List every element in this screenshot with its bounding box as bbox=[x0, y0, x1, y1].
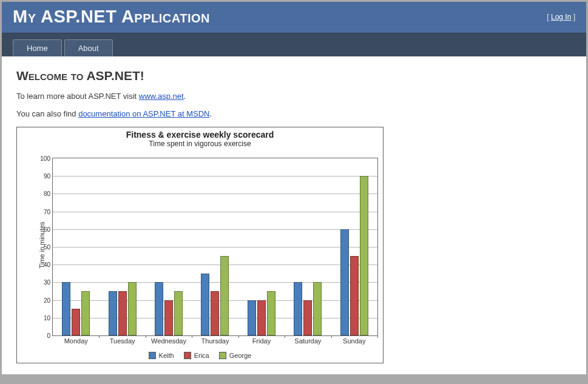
nav-tab-about[interactable]: About bbox=[64, 39, 113, 56]
chart-legend-item: Erica bbox=[184, 352, 209, 359]
chart-xtick bbox=[285, 335, 285, 338]
chart-xtick bbox=[238, 335, 239, 338]
chart-category-group: Tuesday bbox=[99, 158, 145, 335]
app-title: My ASP.NET Application bbox=[13, 7, 210, 27]
chart-xtick bbox=[99, 335, 100, 338]
chart-container: Fitness & exercise weekly scorecard Time… bbox=[16, 127, 384, 363]
chart-ytick: 20 bbox=[37, 297, 50, 303]
chart-plot-area: 0102030405060708090100MondayTuesdayWedne… bbox=[52, 158, 378, 336]
chart-ytick: 40 bbox=[37, 261, 50, 268]
chart-ytick: 10 bbox=[37, 314, 50, 321]
chart-bar bbox=[72, 309, 80, 335]
chart-bar bbox=[294, 282, 302, 335]
chart-legend-swatch bbox=[184, 352, 191, 359]
login-bracket-right: ] bbox=[571, 13, 575, 21]
chart-ytick: 100 bbox=[37, 155, 50, 162]
login-bracket-left: [ bbox=[547, 13, 551, 21]
chart-legend-label: Erica bbox=[194, 352, 209, 359]
intro-paragraph: To learn more about ASP.NET visit www.as… bbox=[16, 92, 572, 101]
chart-bar bbox=[109, 291, 117, 335]
intro-link[interactable]: www.asp.net bbox=[139, 92, 184, 101]
login-area: [ Log In ] bbox=[547, 13, 575, 21]
header-bar: My ASP.NET Application [ Log In ] bbox=[2, 2, 586, 33]
chart-xtick bbox=[331, 335, 332, 338]
chart-category-label: Saturday bbox=[294, 337, 321, 345]
chart-category-label: Friday bbox=[252, 337, 271, 345]
login-link[interactable]: Log In bbox=[551, 13, 571, 21]
chart-category-label: Monday bbox=[64, 337, 88, 345]
chart-category-label: Thursday bbox=[201, 337, 229, 345]
chart-ytick: 0 bbox=[37, 332, 50, 339]
content-area: Welcome to ASP.NET! To learn more about … bbox=[2, 56, 586, 374]
chart-bar bbox=[248, 300, 256, 335]
chart-xtick bbox=[192, 335, 192, 338]
chart-bar bbox=[257, 300, 266, 335]
chart-bar bbox=[267, 291, 275, 335]
page-heading: Welcome to ASP.NET! bbox=[16, 69, 572, 83]
chart-title: Fitness & exercise weekly scorecard bbox=[17, 130, 383, 140]
page-container: My ASP.NET Application [ Log In ] Home A… bbox=[2, 2, 586, 374]
chart-ytick: 60 bbox=[37, 226, 50, 232]
chart-category-group: Thursday bbox=[192, 158, 238, 335]
chart-bar bbox=[303, 300, 312, 335]
chart-ytick: 30 bbox=[37, 279, 50, 286]
chart-legend-swatch bbox=[219, 352, 226, 359]
docs-text: You can also find bbox=[16, 109, 78, 118]
docs-suffix: . bbox=[209, 109, 212, 118]
chart-legend-label: George bbox=[229, 352, 252, 359]
chart-bar bbox=[174, 291, 183, 335]
chart-ytick: 70 bbox=[37, 208, 50, 215]
chart-category-group: Wednesday bbox=[146, 158, 192, 335]
intro-text: To learn more about ASP.NET visit bbox=[16, 92, 139, 101]
chart-bar bbox=[128, 282, 137, 335]
intro-suffix: . bbox=[184, 92, 186, 101]
chart-legend: KeithEricaGeorge bbox=[17, 352, 383, 360]
chart-category-group: Monday bbox=[53, 158, 99, 335]
chart-subtitle: Time spent in vigorous exercise bbox=[17, 140, 383, 148]
chart-bar bbox=[62, 282, 70, 335]
chart-ytick: 90 bbox=[37, 173, 50, 180]
chart-bar bbox=[118, 291, 127, 335]
chart-bar bbox=[360, 176, 368, 335]
chart-bar bbox=[155, 282, 163, 335]
chart-bar bbox=[340, 229, 349, 335]
chart-category-label: Tuesday bbox=[110, 337, 135, 345]
docs-paragraph: You can also find documentation on ASP.N… bbox=[16, 109, 572, 118]
chart-bar bbox=[201, 274, 209, 335]
chart-ytick: 80 bbox=[37, 190, 50, 197]
chart-category-group: Sunday bbox=[331, 158, 377, 335]
chart-bar bbox=[81, 291, 90, 335]
chart-bar bbox=[211, 291, 219, 335]
nav-tabs: Home About bbox=[2, 33, 586, 56]
chart-bar bbox=[313, 282, 322, 335]
chart-bar bbox=[164, 300, 173, 335]
docs-link[interactable]: documentation on ASP.NET at MSDN bbox=[78, 109, 209, 118]
chart-legend-label: Keith bbox=[159, 352, 174, 359]
chart-grid: 0102030405060708090100MondayTuesdayWedne… bbox=[52, 158, 378, 336]
chart-legend-swatch bbox=[149, 352, 156, 359]
chart-legend-item: Keith bbox=[149, 352, 174, 359]
chart-category-label: Sunday bbox=[343, 337, 365, 345]
chart-legend-item: George bbox=[219, 352, 252, 359]
chart-ytick: 50 bbox=[37, 244, 50, 251]
chart-bar bbox=[350, 256, 359, 335]
chart-xtick bbox=[377, 335, 378, 338]
chart-category-group: Saturday bbox=[285, 158, 331, 335]
chart-category-group: Friday bbox=[238, 158, 285, 335]
chart-xtick bbox=[146, 335, 146, 338]
nav-tab-home[interactable]: Home bbox=[13, 39, 62, 56]
chart-bar bbox=[220, 256, 229, 335]
chart-category-label: Wednesday bbox=[151, 337, 186, 345]
